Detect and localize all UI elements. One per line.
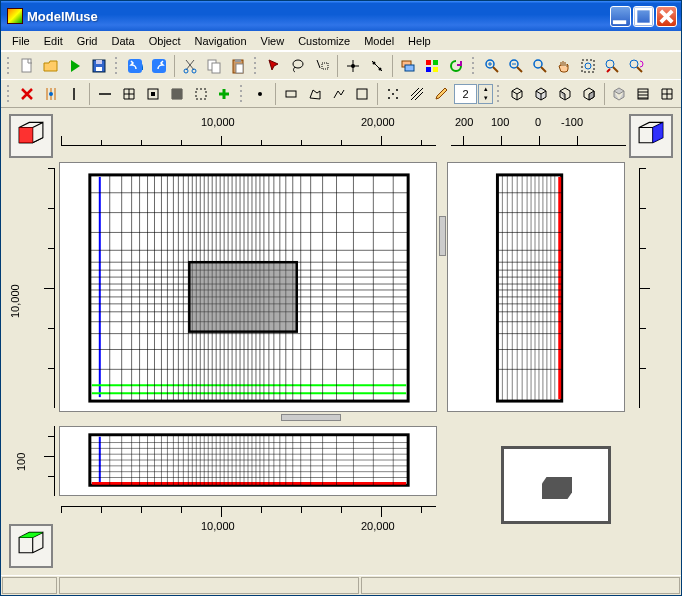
shape-hatch-button[interactable] [406,83,428,105]
gripper-icon[interactable] [253,55,259,77]
vline-button[interactable] [64,83,86,105]
menu-model[interactable]: Model [357,33,401,49]
svg-point-18 [373,61,376,64]
view-wire-button[interactable] [608,83,630,105]
view-indicator-top-right[interactable] [629,114,673,158]
snap-grid-button[interactable] [40,83,62,105]
svg-rect-16 [322,63,328,69]
view-pane-front[interactable] [59,426,437,496]
view-iso1-button[interactable] [506,83,528,105]
shape-line-button[interactable] [328,83,350,105]
window-title: ModelMuse [27,9,608,24]
copy-button[interactable] [203,55,225,77]
gripper-icon[interactable] [6,83,12,105]
undo-button[interactable] [124,55,146,77]
menu-grid[interactable]: Grid [70,33,105,49]
gripper-icon[interactable] [496,83,502,105]
zoom-out-button[interactable] [505,55,527,77]
shape-point-button[interactable] [249,83,271,105]
spin-arrows[interactable]: ▴▾ [478,84,493,104]
ruler-label: 100 [15,453,27,471]
close-button[interactable] [656,6,677,27]
svg-point-39 [388,89,390,91]
workspace: 10,000 20,000 200 100 0 -100 [1,108,681,574]
select-arrow-button[interactable] [263,55,285,77]
snap-edge-button[interactable] [366,55,388,77]
svg-rect-22 [426,60,431,65]
paste-button[interactable] [227,55,249,77]
view-indicator-top-left[interactable] [9,114,53,158]
titlebar: ModelMuse [1,1,681,31]
zoom-prev-button[interactable] [601,55,623,77]
menu-navigation[interactable]: Navigation [188,33,254,49]
snap-node-button[interactable] [342,55,364,77]
svg-rect-108 [189,262,296,331]
add-plus-button[interactable] [213,83,235,105]
zoom-undo-button[interactable] [625,55,647,77]
menu-object[interactable]: Object [142,33,188,49]
gripper-icon[interactable] [239,83,245,105]
menu-view[interactable]: View [254,33,292,49]
pan-hand-button[interactable] [553,55,575,77]
splitter-horizontal[interactable] [281,414,341,421]
gridlines-button[interactable] [118,83,140,105]
view-xy-button[interactable] [554,83,576,105]
griddash-button[interactable] [190,83,212,105]
menu-file[interactable]: File [5,33,37,49]
shape-rect-button[interactable] [280,83,302,105]
view-solid-button[interactable] [632,83,654,105]
shape-poly-button[interactable] [304,83,326,105]
gridbox-button[interactable] [142,83,164,105]
open-folder-button[interactable] [40,55,62,77]
minimize-button[interactable] [610,6,631,27]
view-pane-top[interactable] [59,162,437,412]
lasso-button[interactable] [287,55,309,77]
svg-point-31 [606,60,614,68]
view-iso2-button[interactable] [530,83,552,105]
maximize-button[interactable] [633,6,654,27]
menu-customize[interactable]: Customize [291,33,357,49]
svg-rect-25 [433,67,438,72]
svg-rect-0 [613,20,626,24]
svg-rect-29 [582,60,594,72]
splitter-vertical[interactable] [439,216,446,256]
delete-button[interactable] [16,83,38,105]
vertex-select-button[interactable] [311,55,333,77]
preview-pane[interactable] [501,446,611,524]
redo-button[interactable] [148,55,170,77]
shape-dots-button[interactable] [382,83,404,105]
new-file-button[interactable] [16,55,38,77]
spin-value[interactable]: 2 [454,84,478,104]
menu-data[interactable]: Data [104,33,141,49]
menu-edit[interactable]: Edit [37,33,70,49]
zoom-fit-button[interactable] [529,55,551,77]
view-grid-button[interactable] [656,83,678,105]
svg-point-40 [396,89,398,91]
save-button[interactable] [88,55,110,77]
zoom-in-button[interactable] [481,55,503,77]
cut-button[interactable] [179,55,201,77]
layers-button[interactable] [397,55,419,77]
menu-help[interactable]: Help [401,33,438,49]
gripper-icon[interactable] [6,55,12,77]
refresh-button[interactable] [445,55,467,77]
hline-button[interactable] [94,83,116,105]
shape-scribble-button[interactable] [351,83,373,105]
colors-button[interactable] [421,55,443,77]
view-indicator-bottom-left[interactable] [9,524,53,568]
svg-point-36 [258,92,262,96]
gridfine-button[interactable] [166,83,188,105]
svg-point-43 [392,93,394,95]
ruler-label: 20,000 [361,116,395,128]
svg-point-19 [379,67,382,70]
view-yz-button[interactable] [578,83,600,105]
pencil-button[interactable] [430,83,452,105]
gripper-icon[interactable] [471,55,477,77]
svg-point-42 [396,97,398,99]
zoom-region-button[interactable] [577,55,599,77]
gripper-icon[interactable] [114,55,120,77]
svg-point-17 [351,64,355,68]
run-button[interactable] [64,55,86,77]
ruler-label: 10,000 [201,116,235,128]
view-pane-side[interactable] [447,162,625,412]
